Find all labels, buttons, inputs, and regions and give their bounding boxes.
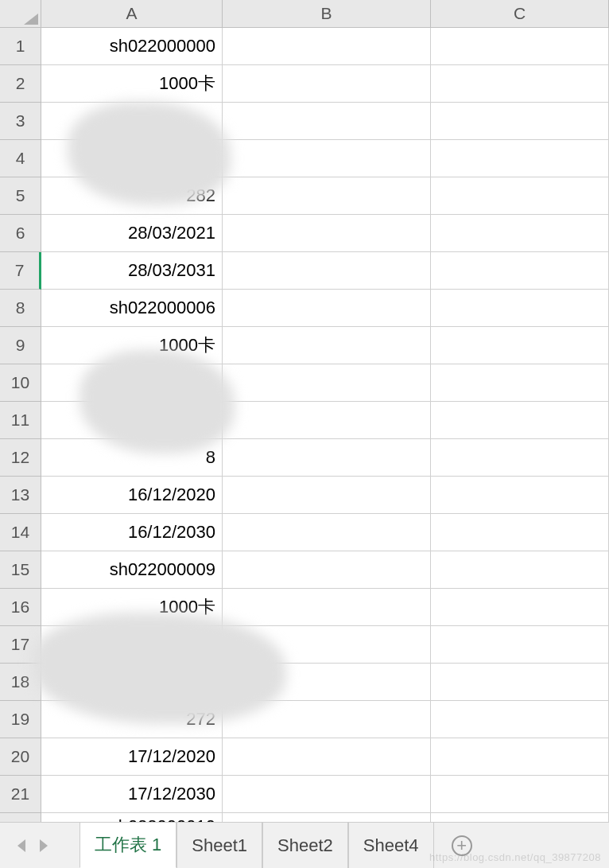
cell[interactable]: 282 [41, 177, 223, 215]
cell[interactable] [41, 364, 223, 402]
sheet-tab[interactable]: 工作表 1 [80, 823, 176, 868]
cell[interactable] [431, 327, 609, 364]
cell[interactable] [223, 140, 431, 177]
cell[interactable]: sh022000000 [41, 28, 223, 65]
cell[interactable]: 1000卡 [41, 327, 223, 364]
cell[interactable] [41, 103, 223, 140]
cell[interactable]: 272 [41, 701, 223, 738]
table-row: 2017/12/2020 [0, 738, 609, 776]
cell[interactable] [431, 626, 609, 664]
cell[interactable] [223, 776, 431, 813]
cell[interactable] [223, 103, 431, 140]
cell[interactable] [431, 551, 609, 589]
cell[interactable] [41, 626, 223, 664]
cell[interactable] [223, 252, 431, 290]
row-header[interactable]: 9 [0, 327, 41, 364]
cell[interactable] [223, 215, 431, 252]
row-header[interactable]: 1 [0, 28, 41, 65]
cell[interactable]: 8 [41, 439, 223, 477]
cell[interactable] [431, 589, 609, 626]
cell[interactable]: sh022000006 [41, 290, 223, 327]
cell[interactable]: sh022000009 [41, 551, 223, 589]
spreadsheet: A B C 1sh02200000021000卡345282628/03/202… [0, 0, 609, 822]
row-header[interactable]: 20 [0, 738, 41, 776]
cell[interactable] [431, 514, 609, 551]
cell[interactable] [223, 439, 431, 477]
cell[interactable] [223, 177, 431, 215]
cell[interactable] [431, 364, 609, 402]
table-row: 1316/12/2020 [0, 477, 609, 514]
cell[interactable] [223, 701, 431, 738]
row-header[interactable]: 16 [0, 589, 41, 626]
row-header[interactable]: 14 [0, 514, 41, 551]
sheet-nav-prev-icon[interactable] [17, 839, 25, 852]
table-row: 10 [0, 364, 609, 402]
cell[interactable]: 28/03/2031 [41, 252, 223, 290]
row-header[interactable]: 5 [0, 177, 41, 215]
sheet-tab[interactable]: Sheet4 [348, 823, 434, 868]
cell[interactable] [223, 402, 431, 439]
row-header[interactable]: 21 [0, 776, 41, 813]
cell[interactable] [431, 402, 609, 439]
row-header[interactable]: 8 [0, 290, 41, 327]
cell[interactable] [431, 252, 609, 290]
col-header-A[interactable]: A [41, 0, 223, 28]
row-header[interactable]: 13 [0, 477, 41, 514]
col-header-B[interactable]: B [223, 0, 431, 28]
row-header[interactable]: 19 [0, 701, 41, 738]
sheet-nav-next-icon[interactable] [40, 839, 48, 852]
cell[interactable] [431, 140, 609, 177]
row-header[interactable]: 7 [0, 252, 41, 290]
cell[interactable] [431, 103, 609, 140]
cell[interactable] [431, 664, 609, 701]
cell[interactable] [223, 514, 431, 551]
cell[interactable]: 16/12/2030 [41, 514, 223, 551]
cell[interactable] [431, 177, 609, 215]
cell[interactable] [223, 551, 431, 589]
cell[interactable] [223, 589, 431, 626]
cell[interactable] [223, 290, 431, 327]
cell[interactable]: 28/03/2021 [41, 215, 223, 252]
cell[interactable] [431, 776, 609, 813]
cell[interactable] [431, 65, 609, 103]
cell[interactable] [223, 626, 431, 664]
cell[interactable] [41, 664, 223, 701]
cell[interactable]: 16/12/2020 [41, 477, 223, 514]
cell[interactable]: 1000卡 [41, 65, 223, 103]
cell[interactable] [431, 290, 609, 327]
row-header[interactable]: 2 [0, 65, 41, 103]
cell[interactable]: 17/12/2030 [41, 776, 223, 813]
sheet-tab[interactable]: Sheet1 [176, 823, 262, 868]
cell[interactable] [223, 364, 431, 402]
cell[interactable] [431, 439, 609, 477]
cell[interactable]: 1000卡 [41, 589, 223, 626]
row-header[interactable]: 18 [0, 664, 41, 701]
row-header[interactable]: 4 [0, 140, 41, 177]
cell[interactable] [223, 327, 431, 364]
cell[interactable] [431, 28, 609, 65]
row-header[interactable]: 15 [0, 551, 41, 589]
cell[interactable] [431, 701, 609, 738]
cell[interactable] [223, 477, 431, 514]
cell[interactable] [431, 215, 609, 252]
table-row: 21000卡 [0, 65, 609, 103]
row-header[interactable]: 12 [0, 439, 41, 477]
cell[interactable] [223, 738, 431, 776]
row-header[interactable]: 17 [0, 626, 41, 664]
sheet-tab[interactable]: Sheet2 [262, 823, 348, 868]
row-header[interactable]: 3 [0, 103, 41, 140]
cell[interactable] [223, 664, 431, 701]
cell[interactable]: 17/12/2020 [41, 738, 223, 776]
col-header-C[interactable]: C [431, 0, 609, 28]
cell[interactable] [41, 402, 223, 439]
row-header[interactable]: 6 [0, 215, 41, 252]
select-all-corner[interactable] [0, 0, 41, 28]
row-header[interactable]: 10 [0, 364, 41, 402]
table-row: 128 [0, 439, 609, 477]
cell[interactable] [223, 28, 431, 65]
cell[interactable] [431, 738, 609, 776]
row-header[interactable]: 11 [0, 402, 41, 439]
cell[interactable] [41, 140, 223, 177]
cell[interactable] [431, 477, 609, 514]
cell[interactable] [223, 65, 431, 103]
